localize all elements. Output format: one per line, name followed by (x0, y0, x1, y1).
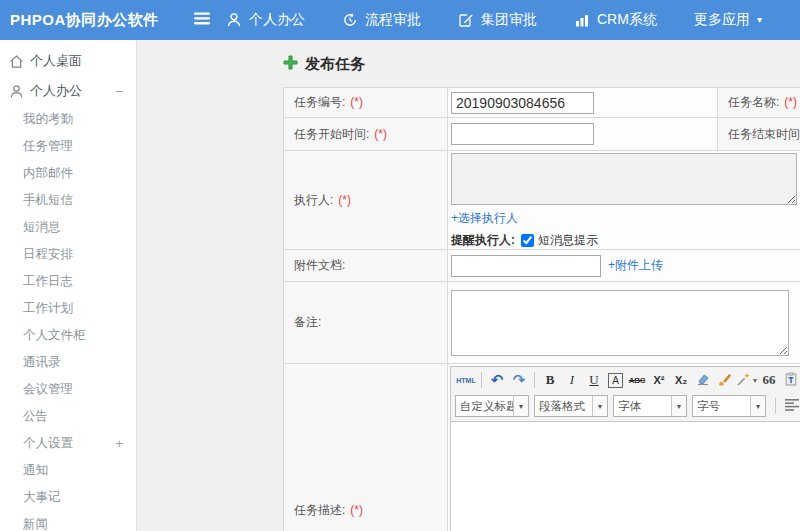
sidebar-item-label: 个人设置 (23, 435, 73, 452)
caret-down-icon: ▾ (753, 376, 757, 385)
editor-content[interactable] (451, 421, 800, 531)
sidebar-item-schedule[interactable]: 日程安排 (0, 241, 136, 268)
sidebar-item-work-log[interactable]: 工作日志 (0, 268, 136, 295)
sidebar-item-announcement[interactable]: 公告 (0, 403, 136, 430)
expand-icon[interactable]: + (115, 436, 123, 451)
sidebar-item-label: 工作计划 (23, 300, 73, 317)
paragraph-format-select[interactable]: 段落格式 ▾ (534, 395, 608, 417)
end-time-label: 任务结束时间: (728, 127, 800, 141)
sidebar-item-label: 工作日志 (23, 273, 73, 290)
required-asterisk: (*) (350, 95, 363, 109)
sidebar-item-notification[interactable]: 通知 (0, 457, 136, 484)
add-icon (283, 55, 298, 73)
sidebar-item-file-cabinet[interactable]: 个人文件柜 (0, 322, 136, 349)
toolbar-separator (481, 372, 482, 388)
choose-executor-link[interactable]: +选择执行人 (451, 211, 518, 225)
subscript-button[interactable]: X₂ (671, 370, 691, 390)
page-title: 发布任务 (305, 55, 365, 74)
eraser-icon (696, 372, 710, 389)
menu-toggle-button[interactable] (194, 12, 210, 28)
custom-title-select[interactable]: 自定义标题 ▾ (455, 395, 529, 417)
sidebar-item-label: 短消息 (23, 219, 61, 236)
sidebar: 个人桌面 个人办公 − 我的考勤 任务管理 内部邮件 手机短信 短消息 日程安排… (0, 40, 137, 531)
nav-workflow-approval[interactable]: 流程审批 (342, 11, 421, 29)
sms-remind-checkbox[interactable] (521, 234, 534, 247)
task-number-input[interactable] (451, 92, 594, 114)
hamburger-icon (194, 12, 210, 28)
nav-personal-office[interactable]: 个人办公 (226, 11, 305, 29)
remark-textarea[interactable] (451, 290, 789, 356)
required-asterisk: (*) (784, 95, 797, 109)
topbar: PHPOA协同办公软件 个人办公 流程审批 集团审批 (0, 0, 800, 40)
executor-label: 执行人: (294, 193, 333, 207)
magic-wand-icon (737, 372, 751, 389)
undo-button[interactable]: ↶ (487, 370, 507, 390)
source-code-button[interactable]: HTML (456, 370, 476, 390)
start-time-input[interactable] (451, 123, 594, 145)
sidebar-item-memorabilia[interactable]: 大事记 (0, 484, 136, 511)
blockquote-button[interactable]: 66 (759, 370, 779, 390)
task-number-label: 任务编号: (294, 95, 345, 109)
font-family-select[interactable]: 字体 ▾ (613, 395, 687, 417)
sidebar-item-mobile-sms[interactable]: 手机短信 (0, 187, 136, 214)
sidebar-item-personal-desktop[interactable]: 个人桌面 (0, 46, 136, 76)
edit-square-icon (458, 12, 474, 28)
nav-group-approval[interactable]: 集团审批 (458, 11, 537, 29)
top-nav: 个人办公 流程审批 集团审批 CRM系统 更多应用 ▾ (226, 11, 799, 29)
task-name-label: 任务名称: (728, 95, 779, 109)
sidebar-item-label: 大事记 (23, 489, 61, 506)
nav-label: 集团审批 (481, 11, 537, 29)
toolbar-separator (775, 398, 776, 414)
caret-down-icon: ▾ (592, 396, 607, 416)
content-area: 发布任务 任务编号:(*) 任务名称:(*) 任务开始时间:(*) 任务结束时间… (137, 40, 800, 531)
nav-crm-system[interactable]: CRM系统 (574, 11, 657, 29)
select-label: 字体 (614, 396, 671, 416)
font-size-select[interactable]: 字号 ▾ (692, 395, 766, 417)
sidebar-item-internal-mail[interactable]: 内部邮件 (0, 160, 136, 187)
sidebar-item-label: 通知 (23, 462, 48, 479)
remove-format-button[interactable] (693, 370, 713, 390)
home-icon (9, 53, 25, 69)
executor-textarea[interactable] (451, 153, 797, 205)
underline-button[interactable]: U (584, 370, 604, 390)
user-icon (9, 83, 25, 99)
font-style-button[interactable]: A (608, 373, 623, 388)
nav-label: CRM系统 (597, 11, 657, 29)
user-icon (226, 12, 242, 28)
sidebar-item-short-message[interactable]: 短消息 (0, 214, 136, 241)
sidebar-item-label: 日程安排 (23, 246, 73, 263)
superscript-button[interactable]: X² (649, 370, 669, 390)
select-label: 段落格式 (535, 396, 592, 416)
sidebar-item-work-plan[interactable]: 工作计划 (0, 295, 136, 322)
sidebar-item-my-attendance[interactable]: 我的考勤 (0, 106, 136, 133)
redo-button[interactable]: ↷ (509, 370, 529, 390)
bold-button[interactable]: B (540, 370, 560, 390)
toolbar-separator (534, 372, 535, 388)
sidebar-item-news[interactable]: 新闻 (0, 511, 136, 531)
task-description-label: 任务描述: (294, 503, 345, 517)
sidebar-item-meeting-management[interactable]: 会议管理 (0, 376, 136, 403)
sidebar-item-personal-office[interactable]: 个人办公 − (0, 76, 136, 106)
attachment-upload-link[interactable]: +附件上传 (608, 257, 663, 274)
sms-remind-label: 短消息提示 (538, 232, 598, 249)
align-left-icon (785, 399, 800, 414)
nav-more-apps[interactable]: 更多应用 ▾ (694, 11, 762, 29)
collapse-icon[interactable]: − (115, 84, 123, 99)
attachment-input[interactable] (451, 255, 601, 277)
sidebar-item-label: 个人办公 (30, 82, 82, 100)
sidebar-item-label: 任务管理 (23, 138, 73, 155)
italic-button[interactable]: I (562, 370, 582, 390)
sidebar-item-label: 我的考勤 (23, 111, 73, 128)
clipboard-icon (784, 372, 798, 389)
format-brush-button[interactable] (715, 370, 735, 390)
nav-label: 流程审批 (365, 11, 421, 29)
align-left-button[interactable] (782, 396, 800, 416)
sidebar-item-task-management[interactable]: 任务管理 (0, 133, 136, 160)
sidebar-item-personal-settings[interactable]: 个人设置 + (0, 430, 136, 457)
quick-format-button[interactable]: ▾ (737, 370, 757, 390)
sidebar-item-contacts[interactable]: 通讯录 (0, 349, 136, 376)
sidebar-item-label: 个人桌面 (30, 52, 82, 70)
strikethrough-button[interactable]: ABC (627, 370, 647, 390)
caret-down-icon: ▾ (750, 396, 765, 416)
paste-button[interactable] (781, 370, 800, 390)
